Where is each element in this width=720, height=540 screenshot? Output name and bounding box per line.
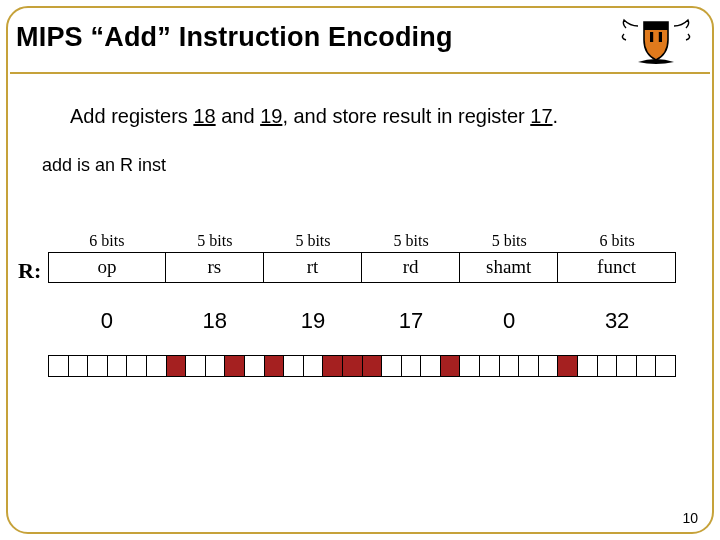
subtitle-r3: 17 <box>530 105 552 127</box>
princeton-shield-logo <box>620 14 692 68</box>
bits-rd: 5 bits <box>362 232 460 252</box>
bit-cell <box>147 356 167 376</box>
bit-cell <box>245 356 265 376</box>
subtitle-mid2: , and store result in register <box>282 105 530 127</box>
bits-funct: 6 bits <box>558 232 676 252</box>
value-rd: 17 <box>362 308 460 334</box>
bit-cell <box>363 356 383 376</box>
logo-book-l <box>650 32 653 42</box>
subtitle-r2: 19 <box>260 105 282 127</box>
page-number: 10 <box>682 510 698 526</box>
value-op: 0 <box>48 308 166 334</box>
bit-cell <box>127 356 147 376</box>
slide-title: MIPS “Add” Instruction Encoding <box>16 22 453 53</box>
field-rt: rt <box>264 252 362 283</box>
field-rd: rd <box>362 252 460 283</box>
logo-banner <box>638 59 674 64</box>
bit-cell <box>69 356 89 376</box>
bit-cell <box>441 356 461 376</box>
subtitle-mid1: and <box>216 105 260 127</box>
bits-rs: 5 bits <box>166 232 264 252</box>
bit-cell <box>206 356 226 376</box>
bit-cell <box>304 356 324 376</box>
bit-cell <box>539 356 559 376</box>
bit-cell <box>656 356 675 376</box>
bit-cell <box>108 356 128 376</box>
title-underline <box>10 72 710 74</box>
instruction-type-note: add is an R inst <box>42 155 166 176</box>
binary-encoding-strip <box>48 355 676 377</box>
logo-chief <box>644 22 668 30</box>
r-format-diagram: 6 bits 5 bits 5 bits 5 bits 5 bits 6 bit… <box>48 232 676 283</box>
field-shamt: shamt <box>460 252 558 283</box>
subtitle-pre: Add registers <box>70 105 193 127</box>
bit-cell <box>480 356 500 376</box>
field-value-row: 0 18 19 17 0 32 <box>48 308 676 334</box>
slide: MIPS “Add” Instruction Encoding Add regi… <box>0 0 720 540</box>
bit-cell <box>284 356 304 376</box>
bit-cell <box>500 356 520 376</box>
bit-cell <box>637 356 657 376</box>
bit-cell <box>225 356 245 376</box>
r-format-label: R: <box>18 258 41 284</box>
subtitle-r1: 18 <box>193 105 215 127</box>
bit-cell <box>578 356 598 376</box>
bit-cell <box>343 356 363 376</box>
bits-op: 6 bits <box>48 232 166 252</box>
field-funct: funct <box>558 252 676 283</box>
value-shamt: 0 <box>460 308 558 334</box>
bits-shamt: 5 bits <box>460 232 558 252</box>
logo-book-r <box>659 32 662 42</box>
bit-cell <box>88 356 108 376</box>
bit-cell <box>402 356 422 376</box>
bit-cell <box>617 356 637 376</box>
bit-cell <box>382 356 402 376</box>
bit-cell <box>186 356 206 376</box>
field-rs: rs <box>166 252 264 283</box>
subtitle-post: . <box>553 105 559 127</box>
bit-cell <box>49 356 69 376</box>
bit-cell <box>519 356 539 376</box>
bit-cell <box>167 356 187 376</box>
bits-rt: 5 bits <box>264 232 362 252</box>
bit-cell <box>598 356 618 376</box>
bit-cell <box>460 356 480 376</box>
value-rs: 18 <box>166 308 264 334</box>
value-rt: 19 <box>264 308 362 334</box>
bit-cell <box>421 356 441 376</box>
bit-cell <box>323 356 343 376</box>
bits-width-row: 6 bits 5 bits 5 bits 5 bits 5 bits 6 bit… <box>48 232 676 252</box>
value-funct: 32 <box>558 308 676 334</box>
instruction-description: Add registers 18 and 19, and store resul… <box>70 105 558 128</box>
bit-cell <box>558 356 578 376</box>
bit-cell <box>265 356 285 376</box>
field-name-row: op rs rt rd shamt funct <box>48 252 676 283</box>
field-op: op <box>48 252 166 283</box>
